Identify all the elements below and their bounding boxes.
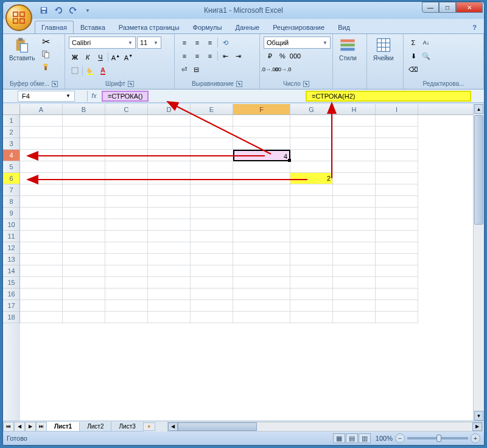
cut-button[interactable]: ✂ — [40, 35, 52, 47]
col-header-h[interactable]: H — [333, 104, 376, 114]
zoom-out-button[interactable]: − — [395, 433, 405, 443]
normal-view-button[interactable]: ▦ — [333, 433, 345, 443]
font-launcher[interactable]: ⬊ — [128, 81, 134, 87]
select-all-corner[interactable] — [3, 104, 20, 115]
font-size-combo[interactable]: 11▼ — [137, 37, 161, 49]
row-header-16[interactable]: 16 — [3, 289, 20, 300]
row-header-3[interactable]: 3 — [3, 138, 20, 150]
tab-view[interactable]: Вид — [331, 21, 357, 33]
find-button[interactable]: 🔍 — [420, 50, 432, 62]
align-bottom-button[interactable]: ≡ — [204, 37, 216, 49]
new-sheet-button[interactable]: ✦ — [143, 422, 155, 431]
italic-button[interactable]: К — [82, 51, 94, 63]
fill-button[interactable]: ⬇ — [407, 50, 419, 62]
row-header-10[interactable]: 10 — [3, 219, 20, 231]
row-header-1[interactable]: 1 — [3, 115, 20, 127]
row-header-11[interactable]: 11 — [3, 231, 20, 242]
sheet-tab-3[interactable]: Лист3 — [111, 422, 143, 432]
sheet-tab-2[interactable]: Лист2 — [79, 422, 111, 432]
merge-center-button[interactable]: ⊟ — [191, 63, 202, 75]
insert-function-button[interactable]: fx — [87, 91, 100, 102]
border-button[interactable] — [69, 65, 81, 77]
align-top-button[interactable]: ≡ — [178, 37, 191, 49]
fill-color-button[interactable] — [84, 65, 96, 77]
row-header-12[interactable]: 12 — [3, 242, 20, 254]
maximize-button[interactable]: □ — [439, 2, 456, 13]
percent-button[interactable]: % — [276, 50, 289, 62]
scroll-left-button[interactable]: ◀ — [168, 422, 178, 431]
font-color-button[interactable]: A — [97, 65, 109, 77]
orientation-button[interactable]: ⟲ — [219, 37, 231, 49]
align-center-button[interactable]: ≡ — [191, 50, 203, 62]
row-header-8[interactable]: 8 — [3, 196, 20, 208]
row-header-13[interactable]: 13 — [3, 254, 20, 265]
wrap-text-button[interactable]: ⏎ — [178, 63, 190, 75]
page-break-view-button[interactable]: ▥ — [359, 433, 371, 443]
undo-button[interactable] — [52, 4, 65, 17]
name-box[interactable]: F4▼ — [18, 91, 75, 102]
col-header-e[interactable]: E — [191, 104, 233, 114]
row-header-14[interactable]: 14 — [3, 265, 20, 277]
scroll-right-button[interactable]: ▶ — [472, 422, 482, 431]
col-header-d[interactable]: D — [148, 104, 191, 114]
office-button[interactable] — [5, 4, 32, 31]
currency-button[interactable]: ₽ — [264, 50, 276, 62]
next-sheet-button[interactable]: ▶ — [25, 422, 36, 432]
sheet-tab-1[interactable]: Лист1 — [46, 422, 80, 432]
decrease-decimal-button[interactable]: .00→.0 — [276, 63, 289, 75]
col-header-a[interactable]: A — [20, 104, 63, 114]
styles-button[interactable]: Стили — [335, 35, 360, 63]
vscroll-thumb[interactable] — [474, 115, 483, 225]
last-sheet-button[interactable]: ⏭ — [36, 422, 47, 432]
bold-button[interactable]: Ж — [69, 51, 81, 63]
row-header-7[interactable]: 7 — [3, 184, 20, 196]
help-button[interactable]: ? — [470, 21, 479, 33]
scroll-down-button[interactable]: ▼ — [474, 411, 483, 421]
prev-sheet-button[interactable]: ◀ — [14, 422, 25, 432]
row-header-5[interactable]: 5 — [3, 161, 20, 173]
autosum-button[interactable]: Σ — [407, 37, 419, 49]
hscroll-thumb[interactable] — [178, 422, 257, 431]
tab-review[interactable]: Рецензирование — [266, 21, 331, 33]
sort-filter-button[interactable]: A↓ — [420, 37, 432, 49]
qat-customize[interactable]: ▼ — [81, 4, 94, 17]
redo-button[interactable] — [66, 4, 80, 17]
zoom-slider[interactable] — [407, 437, 468, 439]
tab-page-layout[interactable]: Разметка страницы — [112, 21, 186, 33]
page-layout-view-button[interactable]: ▤ — [346, 433, 358, 443]
col-header-i[interactable]: I — [376, 104, 418, 114]
col-header-c[interactable]: C — [105, 104, 148, 114]
paste-button[interactable]: Вставить — [5, 35, 38, 63]
clear-button[interactable]: ⌫ — [407, 63, 419, 75]
shrink-font-button[interactable]: A▼ — [122, 51, 135, 63]
tab-home[interactable]: Главная — [35, 21, 74, 33]
number-format-combo[interactable]: Общий▼ — [264, 37, 331, 49]
col-header-b[interactable]: B — [63, 104, 105, 114]
format-painter-button[interactable] — [40, 61, 52, 73]
copy-button[interactable] — [40, 48, 52, 60]
increase-indent-button[interactable]: ⇥ — [232, 50, 244, 62]
decrease-indent-button[interactable]: ⇤ — [219, 50, 231, 62]
row-header-15[interactable]: 15 — [3, 277, 20, 289]
align-right-button[interactable]: ≡ — [204, 50, 216, 62]
underline-button[interactable]: Ч — [94, 51, 107, 63]
row-header-9[interactable]: 9 — [3, 208, 20, 219]
first-sheet-button[interactable]: ⏮ — [3, 422, 14, 432]
tab-formulas[interactable]: Формулы — [186, 21, 229, 33]
font-family-combo[interactable]: Calibri▼ — [69, 37, 136, 49]
number-launcher[interactable]: ⬊ — [303, 81, 309, 87]
vertical-scrollbar[interactable]: ▲ ▼ — [473, 104, 484, 421]
zoom-in-button[interactable]: + — [471, 433, 480, 443]
col-header-g[interactable]: G — [290, 104, 333, 114]
scroll-up-button[interactable]: ▲ — [474, 104, 483, 114]
align-middle-button[interactable]: ≡ — [191, 37, 203, 49]
row-header-18[interactable]: 18 — [3, 312, 20, 323]
align-left-button[interactable]: ≡ — [178, 50, 191, 62]
row-header-4[interactable]: 4 — [3, 150, 20, 161]
col-header-f[interactable]: F — [233, 104, 290, 114]
row-header-17[interactable]: 17 — [3, 300, 20, 312]
zoom-slider-knob[interactable] — [436, 435, 441, 442]
cells-area[interactable]: 4 2 — [20, 115, 473, 421]
close-button[interactable]: ✕ — [456, 2, 483, 13]
row-header-6[interactable]: 6 — [3, 173, 20, 184]
